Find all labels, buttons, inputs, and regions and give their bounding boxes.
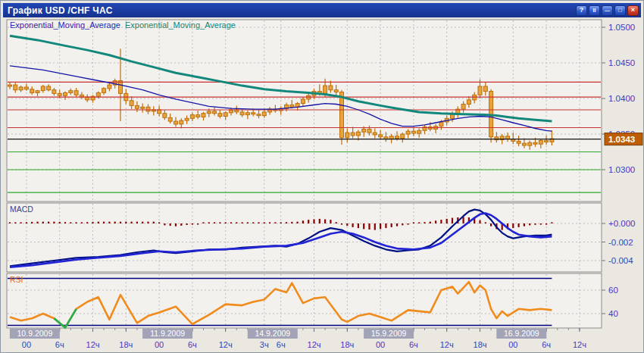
time-label: 6ч [409,340,418,349]
price-axis-label: 1.0450 [608,58,635,67]
time-label: 12ч [573,340,586,349]
time-label: 12ч [86,340,100,349]
title-bar[interactable]: График USD /CHF ЧАС ? II — □ × [3,3,641,17]
pause-button[interactable]: II [589,5,600,16]
main-chart-panel[interactable] [7,20,602,201]
time-label: 12ч [219,340,233,349]
date-badge: 10.9.2009 [10,329,60,339]
close-button[interactable]: × [627,5,639,16]
rsi-panel[interactable] [7,273,602,328]
rsi-axis-label: 40 [608,309,618,318]
window-title: График USD /CHF ЧАС [3,5,113,16]
svg-text:10.9.2009: 10.9.2009 [17,329,53,338]
time-label: 00 [155,340,164,349]
price-axis-label: 1.0400 [608,94,635,103]
svg-text:15.9.2009: 15.9.2009 [371,329,407,338]
time-label: 18ч [340,340,354,349]
svg-text:14.9.2009: 14.9.2009 [255,329,290,338]
time-label: 12ч [308,340,321,349]
date-badge: 16.9.2009 [496,329,546,339]
svg-text:1.0343: 1.0343 [608,135,635,144]
time-label: 6ч [542,340,551,349]
date-badge: 11.9.2009 [142,329,192,339]
macd-axis-label: +0.000 [608,219,636,228]
price-axis-label: 1.0300 [608,165,635,174]
time-label: 6ч [188,340,197,349]
time-label: 6ч [277,340,286,349]
time-axis: 10.9.200911.9.200914.9.200915.9.200916.9… [10,328,586,349]
time-label: 00 [376,340,385,349]
time-label: 18ч [119,340,133,349]
date-badge: 15.9.2009 [364,329,414,339]
macd-axis-label: -0.002 [608,238,633,247]
chart-panels[interactable] [7,20,602,328]
minimize-button[interactable]: — [602,5,613,16]
time-label: 00 [22,340,31,349]
macd-axis-label: -0.004 [608,256,633,265]
svg-text:11.9.2009: 11.9.2009 [150,329,185,338]
chart-canvas[interactable]: Exponential_Moving_AverageExponential_Mo… [1,1,644,353]
rsi-label: RSI [10,275,23,284]
current-price-tag: 1.0343 [605,133,642,145]
time-label: 3ч [260,340,269,349]
price-axis: 1.05001.04501.04001.03501.03001.0343+0.0… [602,23,642,318]
date-badge: 14.9.2009 [248,329,298,339]
time-label: 18ч [474,340,487,349]
help-button[interactable]: ? [576,5,587,16]
window-buttons: ? II — □ × [576,5,641,16]
svg-text:16.9.2009: 16.9.2009 [504,329,539,338]
time-label: 00 [508,340,517,349]
rsi-axis-label: 60 [608,286,618,295]
chart-window: Exponential_Moving_AverageExponential_Mo… [0,0,644,353]
time-label: 6ч [55,340,64,349]
macd-label: MACD [10,205,33,214]
price-axis-label: 1.0500 [608,23,635,32]
time-label: 12ч [440,340,454,349]
maximize-button[interactable]: □ [614,5,626,16]
